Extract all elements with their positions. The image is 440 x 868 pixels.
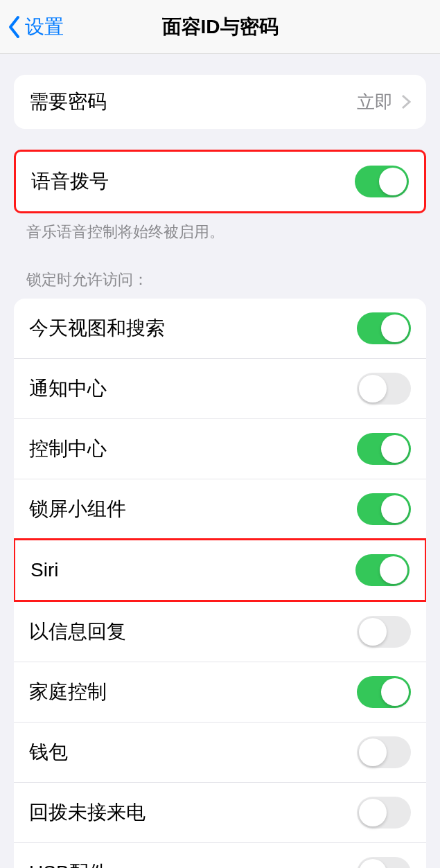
lock-item-row[interactable]: 回拨未接来电 xyxy=(14,782,426,842)
voice-dial-row[interactable]: 语音拨号 xyxy=(16,152,424,211)
lock-item-toggle[interactable] xyxy=(357,373,411,405)
lock-item-toggle[interactable] xyxy=(357,616,411,648)
lock-item-toggle[interactable] xyxy=(357,312,411,344)
lock-item-row[interactable]: 通知中心 xyxy=(14,358,426,418)
toggle-knob xyxy=(359,618,387,646)
page-title: 面容ID与密码 xyxy=(0,14,440,40)
lock-item-row[interactable]: 家庭控制 xyxy=(14,662,426,722)
toggle-knob xyxy=(381,435,409,463)
require-passcode-group: 需要密码 立即 xyxy=(14,75,426,129)
back-button[interactable]: 设置 xyxy=(0,14,64,40)
toggle-knob xyxy=(381,315,409,342)
chevron-right-icon xyxy=(401,94,411,109)
voice-dial-toggle[interactable] xyxy=(355,166,409,197)
lock-item-row[interactable]: 锁屏小组件 xyxy=(14,479,426,539)
lock-allow-header: 锁定时允许访问： xyxy=(26,269,414,290)
lock-item-label: Siri xyxy=(30,559,58,581)
require-passcode-value: 立即 xyxy=(357,90,411,114)
lock-item-label: 锁屏小组件 xyxy=(29,496,126,522)
lock-allow-group: 今天视图和搜索通知中心控制中心锁屏小组件Siri以信息回复家庭控制钱包回拨未接来… xyxy=(14,299,426,868)
require-passcode-label: 需要密码 xyxy=(29,89,107,115)
lock-item-label: 家庭控制 xyxy=(29,679,107,705)
voice-dial-label: 语音拨号 xyxy=(31,168,109,195)
back-label: 设置 xyxy=(25,14,64,40)
navigation-bar: 设置 面容ID与密码 xyxy=(0,0,440,54)
lock-item-toggle[interactable] xyxy=(357,493,411,525)
lock-item-label: USB配件 xyxy=(29,860,108,868)
lock-item-toggle[interactable] xyxy=(357,857,411,868)
lock-item-row[interactable]: USB配件 xyxy=(14,842,426,868)
lock-item-label: 控制中心 xyxy=(29,436,107,462)
lock-item-label: 钱包 xyxy=(29,739,68,765)
voice-dial-group: 语音拨号 xyxy=(14,150,426,213)
lock-item-toggle[interactable] xyxy=(355,554,410,586)
toggle-knob xyxy=(380,556,407,584)
toggle-knob xyxy=(379,168,407,195)
lock-item-row[interactable]: Siri xyxy=(14,538,426,602)
toggle-knob xyxy=(359,859,387,868)
require-passcode-value-text: 立即 xyxy=(357,90,393,114)
require-passcode-row[interactable]: 需要密码 立即 xyxy=(14,75,426,129)
lock-item-row[interactable]: 钱包 xyxy=(14,722,426,782)
toggle-knob xyxy=(381,495,409,523)
toggle-knob xyxy=(359,375,387,402)
lock-item-row[interactable]: 控制中心 xyxy=(14,418,426,479)
lock-item-toggle[interactable] xyxy=(357,433,411,465)
lock-item-toggle[interactable] xyxy=(357,676,411,708)
lock-item-row[interactable]: 今天视图和搜索 xyxy=(14,299,426,358)
toggle-knob xyxy=(359,799,387,826)
lock-item-label: 回拨未接来电 xyxy=(29,799,146,826)
voice-dial-footer: 音乐语音控制将始终被启用。 xyxy=(26,222,414,243)
lock-item-toggle[interactable] xyxy=(357,736,411,768)
chevron-left-icon xyxy=(7,15,22,39)
toggle-knob xyxy=(359,738,387,766)
lock-item-label: 以信息回复 xyxy=(29,619,126,645)
lock-item-label: 通知中心 xyxy=(29,375,107,402)
lock-item-row[interactable]: 以信息回复 xyxy=(14,601,426,662)
lock-item-label: 今天视图和搜索 xyxy=(29,315,165,342)
toggle-knob xyxy=(381,678,409,706)
lock-item-toggle[interactable] xyxy=(357,797,411,829)
